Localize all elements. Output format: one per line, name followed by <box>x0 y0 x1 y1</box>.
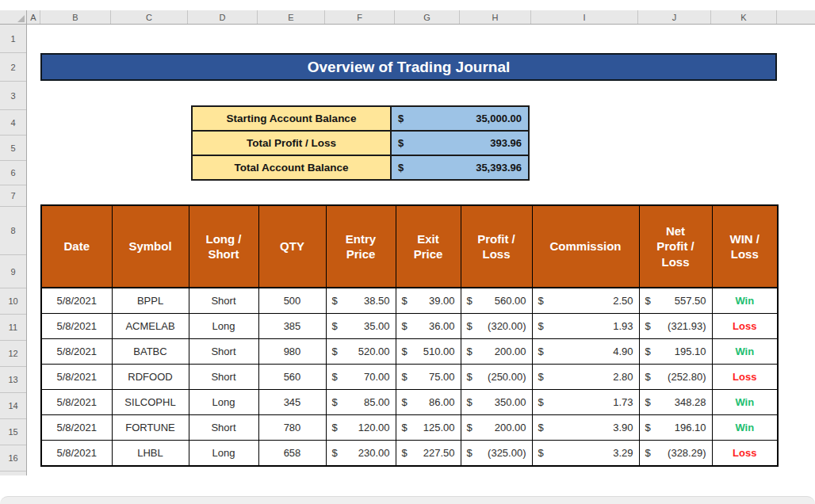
cell-profit-loss[interactable]: $(325.00) <box>461 441 532 467</box>
row-header-15[interactable]: 15 <box>0 419 26 445</box>
cell-date[interactable]: 5/8/2021 <box>41 314 112 339</box>
cell-symbol[interactable]: BPPL <box>112 288 189 314</box>
cell-result[interactable]: Win <box>712 288 778 314</box>
cell-date[interactable]: 5/8/2021 <box>41 441 112 467</box>
cell-position[interactable]: Short <box>189 365 258 390</box>
trades-header-cell[interactable]: Profit / Loss <box>461 205 532 288</box>
cell-result[interactable]: Win <box>712 390 778 415</box>
cell-entry-price[interactable]: $230.00 <box>326 441 396 467</box>
cell-profit-loss[interactable]: $(320.00) <box>461 314 532 339</box>
row-header-10[interactable]: 10 <box>0 288 26 315</box>
cell-entry-price[interactable]: $70.00 <box>326 365 396 390</box>
cell-exit-price[interactable]: $36.00 <box>396 314 461 339</box>
cell-date[interactable]: 5/8/2021 <box>41 339 112 365</box>
cell-profit-loss[interactable]: $350.00 <box>461 390 532 415</box>
summary-value-cell[interactable]: $35,000.00 <box>392 107 528 130</box>
cell-result[interactable]: Win <box>712 415 778 441</box>
cell-commission[interactable]: $1.73 <box>532 390 639 415</box>
row-header-7[interactable]: 7 <box>0 185 26 207</box>
cell-position[interactable]: Short <box>189 339 258 365</box>
cell-entry-price[interactable]: $85.00 <box>326 390 396 415</box>
cell-symbol[interactable]: SILCOPHL <box>112 390 189 415</box>
cell-commission[interactable]: $1.93 <box>532 314 639 339</box>
summary-label-cell[interactable]: Total Profit / Loss <box>193 132 392 155</box>
select-all-button[interactable] <box>0 10 27 24</box>
cell-result[interactable]: Win <box>712 339 778 365</box>
cell-commission[interactable]: $3.90 <box>532 415 639 441</box>
cell-result[interactable]: Loss <box>712 441 778 467</box>
cell-symbol[interactable]: RDFOOD <box>112 365 189 390</box>
cell-profit-loss[interactable]: $560.00 <box>461 288 532 314</box>
cell-net-profit-loss[interactable]: $(252.80) <box>639 365 712 390</box>
cell-qty[interactable]: 385 <box>258 314 326 339</box>
summary-value-cell[interactable]: $35,393.96 <box>392 156 528 179</box>
cell-qty[interactable]: 780 <box>258 415 326 441</box>
title-banner[interactable]: Overview of Trading Journal <box>40 53 777 81</box>
cell-commission[interactable]: $2.50 <box>532 288 639 314</box>
cell-position[interactable]: Long <box>189 441 258 467</box>
cell-position[interactable]: Long <box>189 390 258 415</box>
cell-qty[interactable]: 980 <box>258 339 326 365</box>
cell-result[interactable]: Loss <box>712 365 778 390</box>
cell-exit-price[interactable]: $510.00 <box>396 339 461 365</box>
cell-symbol[interactable]: LHBL <box>112 441 189 467</box>
row-header-5[interactable]: 5 <box>0 136 26 161</box>
cell-date[interactable]: 5/8/2021 <box>41 288 112 314</box>
cell-entry-price[interactable]: $38.50 <box>326 288 396 314</box>
row-header-11[interactable]: 11 <box>0 315 26 341</box>
cell-exit-price[interactable]: $125.00 <box>396 415 461 441</box>
trades-header-cell[interactable]: Date <box>41 205 112 288</box>
cell-profit-loss[interactable]: $200.00 <box>461 415 532 441</box>
row-header-8[interactable]: 8 <box>0 207 26 255</box>
trades-header-cell[interactable]: Symbol <box>112 205 189 288</box>
cell-net-profit-loss[interactable]: $196.10 <box>639 415 712 441</box>
trades-header-cell[interactable]: Long / Short <box>189 205 258 288</box>
row-header-4[interactable]: 4 <box>0 110 26 136</box>
cell-position[interactable]: Long <box>189 314 258 339</box>
column-header-e[interactable]: E <box>258 10 325 24</box>
row-header-2[interactable]: 2 <box>0 53 26 82</box>
cell-symbol[interactable]: ACMELAB <box>112 314 189 339</box>
row-header-1[interactable]: 1 <box>0 25 26 53</box>
row-header-16[interactable]: 16 <box>0 445 26 472</box>
column-header-d[interactable]: D <box>188 10 258 24</box>
cell-qty[interactable]: 500 <box>258 288 326 314</box>
summary-label-cell[interactable]: Total Account Balance <box>193 156 392 179</box>
cell-position[interactable]: Short <box>189 288 258 314</box>
cell-qty[interactable]: 560 <box>258 365 326 390</box>
cell-commission[interactable]: $2.80 <box>532 365 639 390</box>
cell-date[interactable]: 5/8/2021 <box>41 365 112 390</box>
column-header-k[interactable]: K <box>711 10 777 24</box>
cell-qty[interactable]: 345 <box>258 390 326 415</box>
cell-qty[interactable]: 658 <box>258 441 326 467</box>
cell-entry-price[interactable]: $520.00 <box>326 339 396 365</box>
cell-commission[interactable]: $3.29 <box>532 441 639 467</box>
cell-net-profit-loss[interactable]: $557.50 <box>639 288 712 314</box>
cell-entry-price[interactable]: $35.00 <box>326 314 396 339</box>
column-header-h[interactable]: H <box>460 10 531 24</box>
column-header-b[interactable]: B <box>40 10 111 24</box>
column-header-c[interactable]: C <box>111 10 188 24</box>
cell-position[interactable]: Short <box>189 415 258 441</box>
trades-header-cell[interactable]: Exit Price <box>396 205 461 288</box>
column-header-f[interactable]: F <box>325 10 395 24</box>
cell-net-profit-loss[interactable]: $195.10 <box>639 339 712 365</box>
row-header-6[interactable]: 6 <box>0 161 26 185</box>
cell-profit-loss[interactable]: $(250.00) <box>461 365 532 390</box>
cell-net-profit-loss[interactable]: $(328.29) <box>639 441 712 467</box>
row-header-12[interactable]: 12 <box>0 341 26 367</box>
trades-header-cell[interactable]: Entry Price <box>326 205 396 288</box>
trades-header-cell[interactable]: QTY <box>258 205 326 288</box>
cell-exit-price[interactable]: $39.00 <box>396 288 461 314</box>
row-header-14[interactable]: 14 <box>0 393 26 419</box>
cell-date[interactable]: 5/8/2021 <box>41 415 112 441</box>
row-header-3[interactable]: 3 <box>0 82 26 110</box>
cell-entry-price[interactable]: $120.00 <box>326 415 396 441</box>
cell-symbol[interactable]: FORTUNE <box>112 415 189 441</box>
trades-header-cell[interactable]: Commission <box>532 205 639 288</box>
cell-commission[interactable]: $4.90 <box>532 339 639 365</box>
cell-symbol[interactable]: BATBC <box>112 339 189 365</box>
cell-exit-price[interactable]: $86.00 <box>396 390 461 415</box>
row-header-13[interactable]: 13 <box>0 367 26 393</box>
column-header-a[interactable]: A <box>27 10 40 24</box>
